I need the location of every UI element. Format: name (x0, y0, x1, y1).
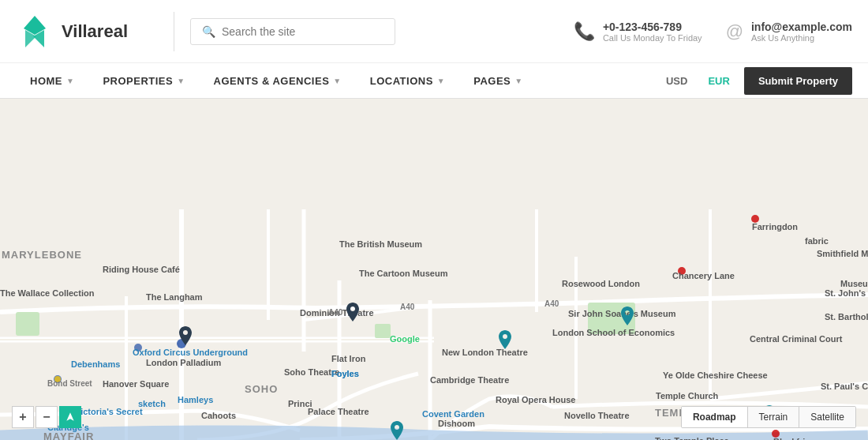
svg-point-28 (54, 376, 61, 382)
nav-right: USD EUR Submit Property (660, 67, 852, 95)
map-controls: + − (12, 406, 81, 428)
header-contact: 📞 +0-123-456-789 Call Us Monday To Frida… (574, 21, 852, 43)
phone-contact: 📞 +0-123-456-789 Call Us Monday To Frida… (574, 21, 702, 43)
nav-agents-label: AGENTS & AGENCIES (214, 75, 330, 87)
zoom-in-button[interactable]: + (12, 406, 34, 428)
svg-rect-15 (16, 312, 39, 336)
submit-property-button[interactable]: Submit Property (744, 67, 852, 95)
nav-properties-arrow: ▼ (177, 77, 185, 85)
nav-agents-arrow: ▼ (333, 77, 341, 85)
map-type-buttons: Roadmap Terrain Satellite (681, 406, 856, 428)
email-info: info@example.com Ask Us Anything (751, 21, 852, 43)
nav-pages-arrow: ▼ (514, 77, 522, 85)
header: Villareal 🔍 📞 +0-123-456-789 Call Us Mon… (0, 0, 868, 63)
svg-point-23 (678, 267, 686, 275)
nav-agents[interactable]: AGENTS & AGENCIES ▼ (200, 63, 356, 99)
email-sub: Ask Us Anything (751, 33, 852, 43)
navigate-button[interactable] (59, 406, 81, 428)
roadmap-button[interactable]: Roadmap (682, 407, 748, 427)
map-pin[interactable] (176, 326, 195, 352)
header-divider (174, 12, 174, 51)
nav-locations[interactable]: LOCATIONS ▼ (356, 63, 460, 99)
map-pin[interactable] (387, 421, 406, 440)
search-input[interactable] (222, 25, 383, 38)
map-pin[interactable] (496, 330, 514, 355)
nav-pages[interactable]: PAGES ▼ (459, 63, 537, 99)
svg-point-24 (751, 215, 759, 223)
navigate-icon (65, 412, 76, 423)
nav-properties[interactable]: PROPERTIES ▼ (88, 63, 199, 99)
logo-text: Villareal (62, 21, 128, 42)
navbar: HOME ▼ PROPERTIES ▼ AGENTS & AGENCIES ▼ … (0, 63, 868, 99)
svg-point-19 (134, 344, 142, 352)
map-container[interactable]: MARYLEBONESOHOMAYFAIRTEMPLEThe Wallace C… (0, 99, 868, 440)
satellite-button[interactable]: Satellite (799, 407, 855, 427)
svg-point-26 (772, 430, 780, 438)
nav-locations-arrow: ▼ (437, 77, 445, 85)
currency-eur[interactable]: EUR (702, 71, 735, 91)
svg-rect-17 (375, 324, 391, 338)
email-contact: @ info@example.com Ask Us Anything (726, 21, 852, 43)
phone-sub: Call Us Monday To Friday (603, 33, 702, 43)
nav-home-arrow: ▼ (66, 77, 74, 85)
search-icon: 🔍 (202, 25, 215, 38)
phone-info: +0-123-456-789 Call Us Monday To Friday (603, 21, 702, 43)
nav-locations-label: LOCATIONS (370, 75, 433, 87)
map-pin[interactable] (343, 303, 362, 328)
zoom-out-button[interactable]: − (36, 406, 58, 428)
currency-usd[interactable]: USD (660, 71, 694, 91)
nav-properties-label: PROPERTIES (103, 75, 173, 87)
map-pin[interactable] (618, 306, 637, 332)
nav-pages-label: PAGES (473, 75, 511, 87)
logo-area: Villareal (16, 13, 158, 51)
logo-icon (16, 13, 54, 51)
email-icon: @ (726, 21, 743, 42)
email-address: info@example.com (751, 21, 852, 33)
svg-rect-3 (0, 99, 868, 440)
phone-number: +0-123-456-789 (603, 21, 702, 33)
terrain-button[interactable]: Terrain (748, 407, 800, 427)
nav-home-label: HOME (30, 75, 62, 87)
map-svg (0, 99, 868, 440)
phone-icon: 📞 (574, 21, 595, 42)
nav-home[interactable]: HOME ▼ (16, 63, 88, 99)
search-box[interactable]: 🔍 (190, 18, 395, 45)
